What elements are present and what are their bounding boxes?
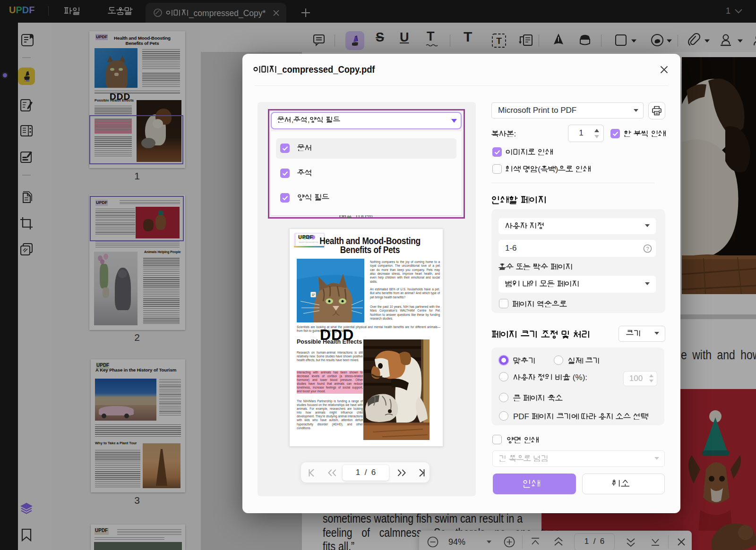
svg-text:?: ?: [646, 246, 649, 252]
